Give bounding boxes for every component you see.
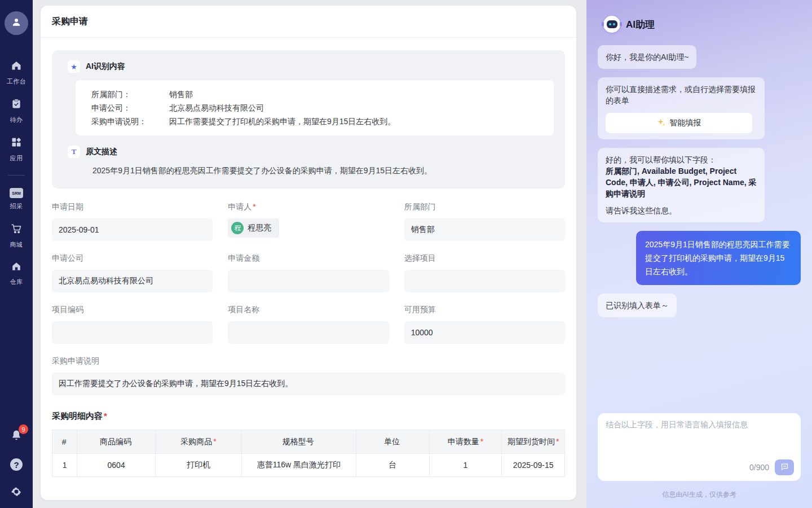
- original-text-title: 原文描述: [86, 147, 117, 157]
- settings-button[interactable]: [10, 485, 23, 500]
- card-header: 采购申请: [41, 6, 576, 38]
- field-label: 申请人: [228, 202, 251, 211]
- original-text-icon: T: [68, 146, 80, 158]
- ai-field-row: 所属部门： 销售部: [91, 87, 538, 101]
- ai-section-title: AI识别内容: [86, 62, 125, 72]
- cell-unit: 台: [356, 454, 429, 477]
- sidebar-item-todo[interactable]: 待办: [10, 98, 23, 124]
- request-date-input[interactable]: [52, 218, 213, 241]
- ai-assistant-panel: AI助理 你好，我是你的AI助理~ 你可以直接描述需求，或自行选择需要填报的表单…: [586, 0, 812, 508]
- field-label: 申请公司: [52, 253, 83, 262]
- home-icon: [11, 60, 22, 73]
- sidebar-item-label: 工作台: [7, 77, 27, 86]
- sidebar-item-warehouse[interactable]: 仓库: [10, 261, 23, 286]
- field-applicant: 申请人* 程 程思亮: [228, 202, 389, 241]
- char-counter: 0/900: [749, 463, 769, 472]
- assistant-message: 好的，我可以帮你填以下字段： 所属部门, Available Budget, P…: [598, 148, 765, 222]
- clipboard-check-icon: [11, 98, 22, 112]
- assistant-message: 已识别填入表单～: [598, 294, 677, 317]
- field-available-budget: 可用预算: [404, 305, 565, 344]
- help-button[interactable]: ?: [10, 458, 23, 471]
- field-label: 项目编码: [52, 305, 83, 314]
- warehouse-icon: [11, 261, 21, 274]
- original-text: 2025年9月1日销售部的程思亮因工作需要提交了办公设备的采购申请，期望在9月1…: [92, 165, 554, 176]
- fields-intro: 好的，我可以帮你填以下字段：: [606, 154, 757, 165]
- ai-field-row: 申请公司： 北京易点易动科技有限公司: [91, 101, 538, 115]
- robot-icon: [603, 16, 620, 33]
- department-input[interactable]: [404, 218, 565, 241]
- field-description: 采购申请说明: [52, 356, 565, 395]
- cell-expected-date: 2025-09-15: [502, 454, 565, 477]
- cell-quantity: 1: [429, 454, 502, 477]
- col-expected-date: 期望到货时间*: [502, 430, 565, 454]
- sparkle-icon: [657, 118, 666, 129]
- project-select-input[interactable]: [404, 270, 565, 292]
- col-product-code: 商品编码: [77, 430, 156, 454]
- sidebar-item-label: 招采: [10, 202, 23, 211]
- ai-disclaimer: 信息由AI生成，仅供参考: [586, 490, 812, 500]
- ai-field-value: 销售部: [169, 87, 193, 101]
- project-code-input[interactable]: [52, 321, 213, 344]
- sidebar-item-label: 应用: [10, 154, 23, 163]
- bell-icon: [10, 433, 23, 443]
- applicant-name: 程思亮: [248, 223, 271, 233]
- assistant-message: 你好，我是你的AI助理~: [598, 45, 696, 69]
- field-company: 申请公司: [52, 253, 213, 292]
- table-header-row: # 商品编码 采购商品* 规格型号 单位 申请数量* 期望到货时间*: [52, 430, 565, 454]
- col-product: 采购商品*: [155, 430, 241, 454]
- applicant-chip[interactable]: 程 程思亮: [228, 218, 279, 238]
- sidebar-item-apps[interactable]: 应用: [10, 137, 23, 163]
- table-row[interactable]: 1 0604 打印机 惠普116w 黑白激光打印 台 1 2025-09-15: [52, 454, 565, 477]
- field-label: 所属部门: [404, 202, 436, 211]
- apps-grid-icon: [11, 137, 22, 150]
- ai-field-value: 因工作需要提交了打印机的采购申请，期望在9月15日左右收到。: [169, 115, 395, 128]
- detail-section-title: 采购明细内容*: [52, 411, 565, 422]
- smart-fill-button[interactable]: 智能填报: [606, 113, 752, 133]
- ai-recognized-section: ★ AI识别内容 所属部门： 销售部 申请公司： 北京易点易动科技有限公司 采购…: [52, 50, 565, 189]
- cell-spec: 惠普116w 黑白激光打印: [241, 454, 356, 477]
- sidebar-item-workbench[interactable]: 工作台: [7, 60, 27, 86]
- field-project-name: 项目名称: [228, 305, 389, 344]
- field-label: 申请金额: [228, 253, 259, 262]
- field-label: 可用预算: [404, 305, 436, 314]
- ai-recognized-fields: 所属部门： 销售部 申请公司： 北京易点易动科技有限公司 采购申请说明： 因工作…: [76, 80, 554, 135]
- ai-field-row: 采购申请说明： 因工作需要提交了打印机的采购申请，期望在9月15日左右收到。: [91, 115, 538, 128]
- user-avatar[interactable]: [5, 11, 28, 35]
- notification-count-badge: 9: [19, 424, 28, 434]
- applicant-avatar: 程: [231, 222, 244, 234]
- field-label: 选择项目: [404, 253, 436, 262]
- cell-product-code: 0604: [77, 454, 156, 477]
- user-message: 2025年9月1日销售部的程思亮因工作需要提交了打印机的采购申请，期望在9月15…: [636, 231, 801, 285]
- person-icon: [11, 16, 22, 30]
- cell-product: 打印机: [155, 454, 241, 477]
- col-spec: 规格型号: [241, 430, 356, 454]
- question-icon: ?: [14, 460, 19, 470]
- field-request-date: 申请日期: [52, 202, 213, 241]
- chat-input[interactable]: [606, 420, 793, 456]
- project-name-input[interactable]: [228, 321, 389, 344]
- field-amount: 申请金额: [228, 253, 389, 292]
- gear-icon: [10, 490, 23, 500]
- available-budget-input[interactable]: [404, 321, 565, 344]
- purchase-request-card: 采购申请 ★ AI识别内容 所属部门： 销售部 申请公司： 北京易点易动科技有限…: [41, 6, 576, 500]
- ai-star-icon: ★: [68, 60, 80, 73]
- field-department: 所属部门: [404, 202, 565, 241]
- send-chat-icon: [780, 462, 789, 472]
- fields-outro: 请告诉我这些信息。: [606, 205, 757, 216]
- detail-table: # 商品编码 采购商品* 规格型号 单位 申请数量* 期望到货时间* 1 060…: [52, 430, 565, 477]
- assistant-message: 你可以直接描述需求，或自行选择需要填报的表单 智能填报: [598, 77, 765, 139]
- sidebar-item-label: 仓库: [10, 278, 23, 286]
- field-label: 申请日期: [52, 202, 83, 211]
- ai-field-label: 所属部门：: [91, 87, 169, 101]
- send-button[interactable]: [775, 459, 794, 475]
- field-label: 采购申请说明: [52, 356, 99, 365]
- amount-input[interactable]: [228, 270, 389, 292]
- description-input[interactable]: [52, 373, 565, 395]
- company-input[interactable]: [52, 270, 213, 292]
- col-index: #: [52, 430, 77, 454]
- field-label: 项目名称: [228, 305, 259, 314]
- sidebar-item-procurement[interactable]: SRM 招采: [10, 188, 23, 211]
- sidebar-item-mall[interactable]: 商城: [10, 223, 23, 249]
- notifications-button[interactable]: 9: [10, 429, 23, 444]
- fields-list: 所属部门, Available Budget, Project Code, 申请…: [606, 165, 757, 199]
